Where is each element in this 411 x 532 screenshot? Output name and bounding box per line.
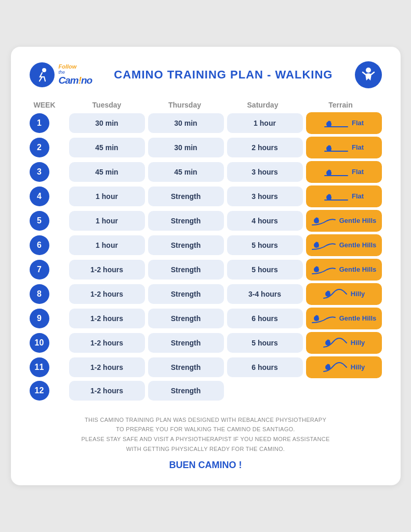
saturday-cell: 5 hours [227,333,303,353]
saturday-cell: 3 hours [227,187,303,206]
week-number: 3 [30,162,49,182]
svg-point-1 [366,68,371,73]
thursday-cell: Strength [148,187,224,206]
week-number-cell: 7 [30,260,66,280]
tuesday-cell: 1-2 hours [69,284,145,304]
week-number: 12 [30,381,49,401]
terrain-cell [306,381,382,401]
svg-line-49 [315,318,315,321]
logo-camino: Cam!no [59,75,92,86]
week-number: 11 [30,357,49,377]
week-number-cell: 5 [30,211,66,231]
thursday-cell: Strength [148,333,224,353]
svg-line-11 [327,149,328,151]
tuesday-cell: 1-2 hours [69,333,145,353]
table-row: 101-2 hoursStrength5 hours Hilly [30,332,382,354]
svg-line-34 [315,245,315,247]
terrain-cell: Gentle Hills [306,308,382,329]
terrain-cell: Flat [306,112,382,134]
saturday-cell: 2 hours [227,138,303,157]
table-row: 91-2 hoursStrength6 hours Gentle Hills [30,308,382,329]
footer-line1: THIS CAMINO TRAINING PLAN WAS DESIGNED W… [30,415,382,425]
table-row: 245 min30 min2 hours Flat [30,137,382,158]
table-row: 121-2 hoursStrength [30,381,382,401]
saturday-cell: 1 hour [227,113,303,133]
logo-follow: Follow [59,63,92,70]
saturday-cell: 6 hours [227,309,303,328]
svg-line-23 [327,197,328,200]
terrain-cell: Hilly [306,283,382,305]
svg-line-39 [315,270,315,272]
thursday-cell: Strength [148,381,224,401]
tuesday-cell: 45 min [69,138,145,157]
table-row: 81-2 hoursStrength3-4 hours Hilly [30,283,382,305]
week-number: 5 [30,211,49,231]
saturday-cell: 5 hours [227,260,303,280]
tuesday-cell: 1 hour [69,235,145,255]
saturday-cell [227,381,303,401]
thursday-cell: Strength [148,260,224,280]
footer-text: THIS CAMINO TRAINING PLAN WAS DESIGNED W… [30,415,382,454]
svg-line-17 [327,173,328,175]
week-number-cell: 12 [30,381,66,401]
terrain-label: Hilly [351,339,365,347]
week-number: 6 [30,235,49,255]
week-number-cell: 4 [30,187,66,206]
page-title: CAMINO TRAINING PLAN - WALKING [92,68,354,82]
thursday-cell: 45 min [148,162,224,182]
week-number-cell: 2 [30,138,66,157]
col-thursday: Thursday [146,101,224,109]
buen-camino: BUEN CAMINO ! [30,460,382,471]
thursday-cell: Strength [148,211,224,231]
terrain-cell: Flat [306,161,382,183]
tuesday-cell: 30 min [69,113,145,133]
svg-point-0 [42,68,46,72]
logo-right [355,61,382,88]
svg-line-54 [326,343,327,345]
terrain-label: Flat [352,192,364,200]
svg-line-59 [326,367,327,369]
week-number: 4 [30,187,49,206]
col-week: WEEK [32,101,68,109]
terrain-cell: Hilly [306,356,382,378]
logo-text: Follow the Cam!no [59,63,92,86]
thursday-cell: Strength [148,309,224,328]
saturday-cell: 6 hours [227,357,303,377]
tuesday-cell: 1-2 hours [69,357,145,377]
week-number: 2 [30,138,49,157]
terrain-label: Gentle Hills [339,265,377,273]
col-tuesday: Tuesday [68,101,146,109]
week-number-cell: 9 [30,309,66,328]
logo-the: the [59,70,92,75]
week-number: 9 [30,309,49,328]
tuesday-cell: 1 hour [69,211,145,231]
week-number-cell: 8 [30,284,66,304]
tuesday-cell: 1-2 hours [69,260,145,280]
footer-line2: TO PREPARE YOU FOR WALKING THE CAMINO DE… [30,424,382,434]
table-row: 345 min45 min3 hours Flat [30,161,382,183]
week-number-cell: 1 [30,113,66,133]
saturday-cell: 4 hours [227,211,303,231]
terrain-label: Flat [352,119,364,127]
col-terrain: Terrain [302,101,380,109]
table-row: 41 hourStrength3 hours Flat [30,185,382,207]
table-row: 61 hourStrength5 hours Gentle Hills [30,234,382,256]
svg-line-5 [327,124,328,126]
terrain-label: Flat [352,168,364,176]
terrain-label: Hilly [351,290,365,298]
week-number: 10 [30,333,49,353]
svg-line-44 [326,294,327,296]
terrain-cell: Gentle Hills [306,234,382,256]
tuesday-cell: 1-2 hours [69,381,145,401]
thursday-cell: 30 min [148,138,224,157]
training-table: WEEK Tuesday Thursday Saturday Terrain 1… [30,101,382,401]
thursday-cell: 30 min [148,113,224,133]
terrain-cell: Flat [306,137,382,158]
tuesday-cell: 45 min [69,162,145,182]
logo-icon-left [30,62,55,87]
terrain-label: Flat [352,143,364,151]
week-number-cell: 10 [30,333,66,353]
week-number: 7 [30,260,49,280]
terrain-cell: Gentle Hills [306,259,382,281]
svg-line-29 [315,221,315,223]
